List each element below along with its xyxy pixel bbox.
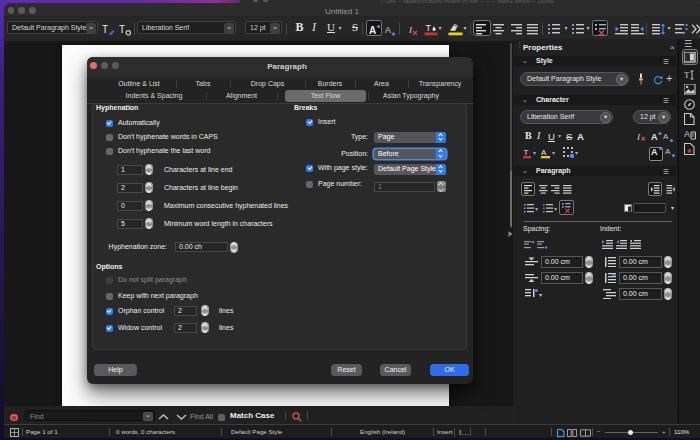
svg-text:T: T	[119, 24, 125, 35]
svg-text:I: I	[408, 25, 413, 35]
svg-text:A: A	[651, 147, 658, 157]
svg-text:T: T	[102, 24, 108, 35]
svg-text:A: A	[385, 25, 391, 35]
svg-text:T: T	[684, 70, 690, 80]
svg-text:A: A	[665, 147, 671, 156]
svg-text:T: T	[524, 148, 529, 157]
svg-text:I: I	[636, 132, 641, 142]
svg-text:A: A	[541, 148, 547, 157]
svg-text:T: T	[426, 23, 432, 33]
svg-text:A: A	[684, 129, 690, 139]
svg-text:A: A	[369, 25, 376, 36]
svg-text:A: A	[651, 132, 658, 142]
svg-text:A: A	[663, 132, 669, 141]
